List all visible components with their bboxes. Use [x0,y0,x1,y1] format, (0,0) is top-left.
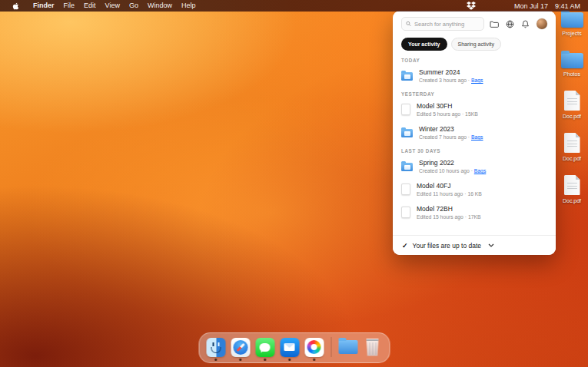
desktop-file-doc-pdf-1[interactable]: Doc.pdf [563,91,581,119]
dropbox-panel-body: Your activity Sharing activity TODAY Sum… [393,11,556,235]
dock-divider [331,337,331,357]
folder-icon[interactable] [490,20,499,28]
dock-safari[interactable] [231,338,250,357]
panel-search-row [401,17,547,31]
section-header-last-30-days: LAST 30 DAYS [401,148,547,154]
shared-folder-icon [401,163,413,171]
dock-messages[interactable] [255,338,274,357]
item-meta: Edited 15 hours ago · 17KB [417,214,481,220]
bell-icon[interactable] [521,20,530,28]
menu-item-view[interactable]: View [101,0,125,12]
mail-icon [280,338,299,357]
running-indicator-dot [264,359,266,361]
activity-item-winter-2023[interactable]: Winter 2023 Created 7 hours ago · Bags [401,125,547,140]
file-icon [401,104,410,115]
icon-label: Projects [562,31,581,36]
tab-sharing-activity[interactable]: Sharing activity [451,38,501,51]
menu-item-help[interactable]: Help [177,0,201,12]
dock-mail[interactable] [280,338,299,357]
check-icon: ✓ [402,242,408,250]
desktop-folder-projects[interactable]: Projects [561,9,583,36]
icon-label: Doc.pdf [563,114,581,119]
menubar-date: Mon Jul 17 [514,2,548,10]
account-avatar[interactable] [537,18,547,29]
sync-status-footer[interactable]: ✓ Your files are up to date [393,235,556,255]
activity-item-summer-2024[interactable]: Summer 2024 Created 3 hours ago · Bags [401,68,547,83]
item-title: Model 40FJ [417,182,482,190]
item-meta: Created 7 hours ago · Bags [419,134,483,140]
activity-item-model-30fh[interactable]: Model 30FH Edited 5 hours ago · 15KB [401,102,547,117]
activity-tabs: Your activity Sharing activity [401,38,547,51]
activity-item-spring-2022[interactable]: Spring 2022 Created 10 hours ago · Bags [401,159,547,174]
section-header-yesterday: YESTERDAY [401,91,547,97]
menu-item-window[interactable]: Window [143,0,177,12]
dropbox-panel: Your activity Sharing activity TODAY Sum… [393,11,556,255]
apple-menu[interactable] [8,2,24,10]
running-indicator-dot [239,359,241,361]
shared-folder-icon [401,129,413,137]
bags-link[interactable]: Bags [471,78,483,83]
messages-icon [255,338,274,357]
menu-bar: Finder File Edit View Go Window Help Mon… [0,0,588,12]
pdf-document-icon [564,91,580,111]
file-icon [401,184,410,195]
dock-trash[interactable] [363,338,382,357]
icon-label: Doc.pdf [563,198,581,203]
dock-finder[interactable] [206,338,225,357]
desktop-folder-photos[interactable]: Photos [561,50,583,77]
item-meta: Edited 5 hours ago · 15KB [417,111,478,117]
item-title: Spring 2022 [419,159,486,167]
icon-label: Photos [563,71,580,77]
desktop-file-doc-pdf-3[interactable]: Doc.pdf [563,175,581,203]
desktop-icon-column: Projects Photos Doc.pdf Doc.pdf Doc.pdf [557,9,586,203]
desktop-wallpaper: Finder File Edit View Go Window Help Mon… [0,0,588,367]
dropbox-icon [467,2,476,10]
folder-icon [561,53,583,68]
dock-photos[interactable] [304,338,324,357]
globe-icon[interactable] [506,20,514,28]
dock-downloads-folder[interactable] [338,338,357,357]
dropbox-menubar-icon[interactable] [467,2,476,10]
folder-icon [338,340,357,354]
menubar-time: 9:41 AM [555,2,580,10]
pdf-document-icon [564,175,580,195]
safari-icon [231,338,250,357]
dock [198,332,390,363]
file-icon [401,207,410,218]
menubar-clock[interactable]: Mon Jul 17 9:41 AM [514,2,580,10]
menu-item-file[interactable]: File [59,0,80,12]
item-meta: Created 10 hours ago · Bags [419,168,486,174]
item-title: Model 30FH [417,102,478,110]
sync-status-text: Your files are up to date [413,242,481,250]
tab-your-activity[interactable]: Your activity [401,38,447,51]
item-meta: Created 3 hours ago · Bags [419,78,483,83]
shared-folder-icon [401,72,413,81]
desktop-file-doc-pdf-2[interactable]: Doc.pdf [563,133,581,161]
panel-toolbar [490,18,547,29]
running-indicator-dot [214,359,217,361]
running-indicator-dot [313,359,315,361]
pdf-document-icon [564,133,580,153]
search-input[interactable] [414,21,480,28]
item-title: Winter 2023 [419,125,483,133]
search-box[interactable] [401,17,484,31]
bags-link[interactable]: Bags [474,168,487,174]
search-icon [406,21,411,27]
bags-link[interactable]: Bags [471,134,483,140]
menu-item-go[interactable]: Go [125,0,143,12]
menu-item-finder[interactable]: Finder [28,0,59,12]
photos-icon [304,338,324,357]
section-header-today: TODAY [401,58,547,63]
menu-item-edit[interactable]: Edit [79,0,101,12]
activity-item-model-40fj[interactable]: Model 40FJ Edited 11 hours ago · 16 KB [401,182,547,197]
item-meta: Edited 11 hours ago · 16 KB [417,191,482,197]
running-indicator-dot [288,359,291,361]
chevron-down-icon[interactable] [488,243,494,247]
folder-icon [561,12,583,28]
trash-icon [365,339,380,356]
item-title: Model 72BH [417,205,481,213]
item-title: Summer 2024 [419,68,483,76]
finder-icon [206,338,225,357]
activity-item-model-72bh[interactable]: Model 72BH Edited 15 hours ago · 17KB [401,205,547,220]
icon-label: Doc.pdf [563,156,581,161]
